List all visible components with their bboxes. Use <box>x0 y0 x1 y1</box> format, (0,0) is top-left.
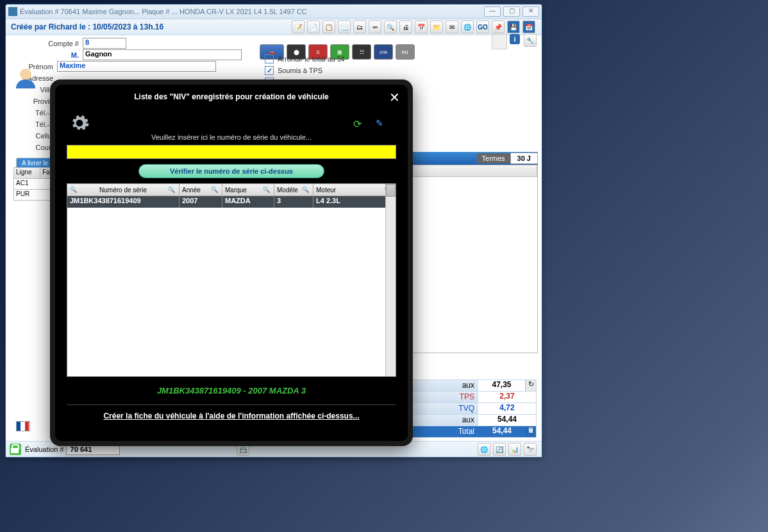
modal-message: Veuillez insérer ici le numéro de série … <box>55 133 408 141</box>
created-by-text: Créée par Richard le : 10/05/2023 à 13h.… <box>11 22 290 31</box>
flag-fr-icon[interactable] <box>16 421 30 431</box>
tps-checkbox[interactable]: ✓ <box>265 66 274 75</box>
gear-icon[interactable] <box>69 113 90 133</box>
lastname-label: M. <box>34 51 83 59</box>
aux-total: 54,44 <box>478 415 536 426</box>
calc-icon[interactable]: 🖩 <box>526 426 536 437</box>
account-value[interactable]: 8 <box>83 38 126 49</box>
verify-button[interactable]: Vérifier le numéro de série ci-dessus <box>138 164 324 178</box>
vin-input[interactable] <box>67 145 396 159</box>
calendar-icon[interactable]: 📅 <box>522 21 535 33</box>
footer-icon-2[interactable]: 🔄 <box>493 443 506 456</box>
window-title: Évaluation # 70641 Maxime Gagnon... Plaq… <box>20 8 484 15</box>
modal-close-button[interactable]: ✕ <box>387 90 401 104</box>
minimize-button[interactable]: — <box>484 6 501 17</box>
toolbar-icon-9[interactable]: 📅 <box>415 21 428 33</box>
check-button[interactable] <box>492 34 507 49</box>
edit-icon[interactable]: ✎ <box>376 118 383 128</box>
grand-total: 54,44 <box>478 426 526 437</box>
toolbar-icon-10[interactable]: 📁 <box>430 21 443 33</box>
toolbar-icon-8[interactable]: 🖨 <box>399 21 412 33</box>
create-vehicle-link[interactable]: Créer la fiche du véhicule à l'aide de l… <box>67 404 396 420</box>
toolbar-icon-4[interactable]: 📃 <box>338 21 351 33</box>
go-button[interactable]: GO <box>476 21 489 33</box>
toolbar-icon-7[interactable]: 🔍 <box>384 21 397 33</box>
modal-title: Liste des "NIV" enregistrés pour créatio… <box>55 85 408 106</box>
scrollbar[interactable] <box>385 184 396 376</box>
vin-grid: 🔍Numéro de série🔍 Année🔍 Marque🔍 Modèle🔍… <box>67 183 396 377</box>
toolbar-icon-11[interactable]: ✉ <box>446 21 458 33</box>
terms-value[interactable]: 30 J <box>510 153 538 164</box>
toolbar-icon-1[interactable]: 📝 <box>292 21 305 33</box>
vin-row[interactable]: JM1BK343871619409 2007 MAZDA 3 L4 2.3L <box>67 196 396 208</box>
toolbar-icon-5[interactable]: 🗂 <box>353 21 366 33</box>
footer-icon-binoculars[interactable]: 🔭 <box>524 443 537 456</box>
lastname-value[interactable]: Gagnon <box>83 49 242 60</box>
search-icon[interactable]: 🔍 <box>70 187 77 193</box>
tps-label: Soumis à TPS <box>278 67 322 74</box>
toolbar-icon-13[interactable]: 📌 <box>492 21 505 33</box>
footer-icon-3[interactable]: 📊 <box>508 443 521 456</box>
app-icon <box>8 7 17 16</box>
account-label: Compte # <box>34 40 83 47</box>
terms-label: Termes <box>477 153 510 163</box>
refresh-icon[interactable]: ⟳ <box>353 118 362 130</box>
firstname-value[interactable]: Maxime <box>57 61 216 72</box>
toolbar-icon-6[interactable]: ═ <box>369 21 381 33</box>
toolbar-icon-2[interactable]: 📄 <box>307 21 320 33</box>
close-button[interactable]: ✕ <box>522 6 539 17</box>
selected-vin: JM1BK343871619409 - 2007 MAZDA 3 <box>55 386 408 395</box>
maximize-button[interactable]: ▢ <box>503 6 520 17</box>
refresh-totals-icon[interactable]: ↻ <box>525 380 536 391</box>
round-checkbox[interactable] <box>265 54 274 63</box>
deliver-tab[interactable]: A livrer le <box>16 158 54 168</box>
tvq-total: 4,72 <box>478 403 536 414</box>
eval-label: Évaluation # <box>25 445 64 453</box>
round-label: Arrondir le total au 5¢ <box>278 55 345 63</box>
toolbar-icon-3[interactable]: 📋 <box>322 21 335 33</box>
totals-panel: aux47,35↻ TPS2,37 TVQ4,72 aux54,44 Total… <box>411 380 537 438</box>
toolbar-icon-12[interactable]: 🌐 <box>461 21 474 33</box>
title-bar[interactable]: Évaluation # 70641 Maxime Gagnon... Plaq… <box>6 4 542 19</box>
save-icon[interactable]: 💾 <box>507 21 520 33</box>
lock-icon[interactable] <box>10 444 21 455</box>
tool-icon[interactable]: 🔧 <box>524 34 537 47</box>
info-icon[interactable]: i <box>510 34 520 44</box>
subtotal-value: 47,35 <box>478 380 525 391</box>
person-icon <box>15 69 37 90</box>
info-banner: Créée par Richard le : 10/05/2023 à 13h.… <box>6 19 542 35</box>
footer-icon-globe[interactable]: 🌐 <box>478 443 490 456</box>
tps-total: 2,37 <box>478 392 536 403</box>
vin-modal: Liste des "NIV" enregistrés pour créatio… <box>50 79 413 446</box>
